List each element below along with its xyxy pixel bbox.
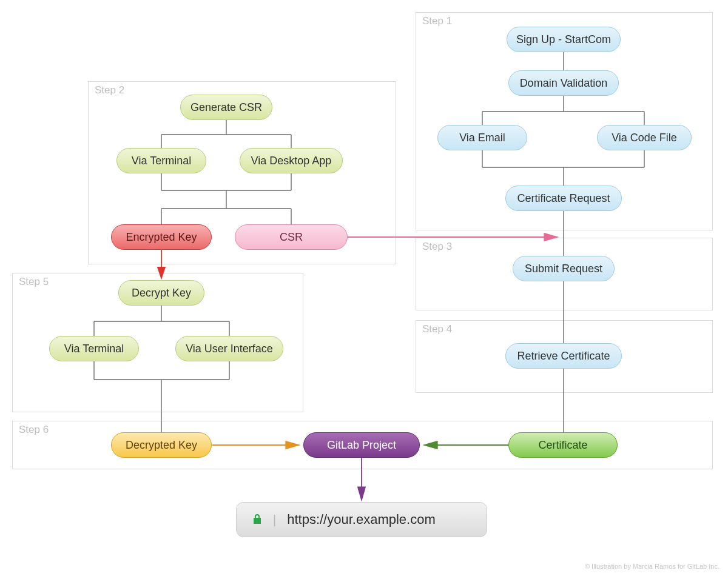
node-via-terminal: Via Terminal: [116, 148, 206, 173]
node-via-terminal2: Via Terminal: [49, 336, 139, 361]
node-certificate: Certificate: [508, 432, 618, 458]
node-generate-csr: Generate CSR: [180, 95, 272, 120]
node-csr: CSR: [235, 224, 348, 250]
node-encrypted-key: Encrypted Key: [111, 224, 212, 250]
node-decrypted-key: Decrypted Key: [111, 432, 212, 458]
node-submit-request: Submit Request: [513, 256, 615, 281]
node-decrypt-key: Decrypt Key: [118, 280, 204, 306]
node-domain-val: Domain Validation: [508, 70, 619, 96]
url-text: https://your.example.com: [287, 512, 436, 527]
node-gitlab-project: GitLab Project: [303, 432, 420, 458]
node-via-code-file: Via Code File: [597, 125, 692, 150]
node-signup: Sign Up - StartCom: [507, 27, 621, 52]
node-retrieve-cert: Retrieve Certificate: [505, 343, 622, 369]
node-cert-request: Certificate Request: [505, 186, 622, 211]
separator: |: [273, 513, 276, 527]
credit-text: © Illustration by Marcia Ramos for GitLa…: [585, 563, 720, 570]
node-via-ui: Via User Interface: [175, 336, 283, 361]
url-bar: | https://your.example.com: [236, 502, 487, 537]
connectors: [0, 0, 728, 576]
node-via-email: Via Email: [437, 125, 527, 150]
node-via-desktop: Via Desktop App: [240, 148, 343, 173]
lock-icon: [252, 514, 262, 526]
